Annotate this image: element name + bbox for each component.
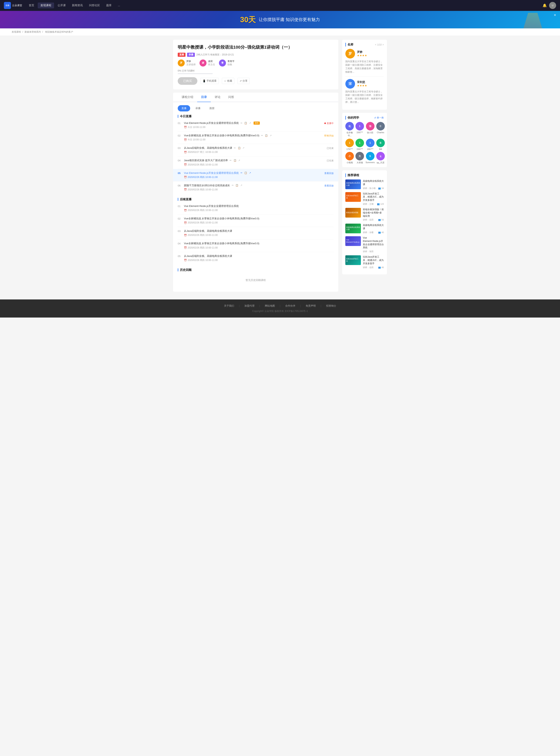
sub-tab-live[interactable]: 直播: [178, 105, 190, 112]
share-icon[interactable]: ↗: [238, 159, 241, 162]
refresh-button[interactable]: ↺ 换一换: [374, 116, 384, 119]
edit-icon[interactable]: ✏: [240, 121, 243, 125]
rec-thumb: 高级电商全线系统大课: [345, 179, 361, 189]
rec-count: 👥 40: [378, 231, 384, 234]
mobile-icon: 📱: [203, 80, 206, 82]
sub-tab-record[interactable]: 录播: [192, 105, 204, 112]
history-empty: 暂无历史回顾课程: [173, 273, 338, 288]
nav-news[interactable]: 新闻资讯: [69, 2, 85, 8]
footer-about[interactable]: 关于我们: [224, 304, 234, 307]
nav-public[interactable]: 公开课: [55, 2, 68, 8]
nav-discover[interactable]: 发现课程: [38, 2, 54, 8]
notification-bell-icon[interactable]: 🔔: [542, 3, 547, 7]
classmate-item: 1 1567**: [356, 122, 364, 137]
teachers-pagination[interactable]: < 1/10 >: [375, 43, 384, 46]
breadcrumb-discover[interactable]: 发现课程: [12, 31, 21, 33]
footer: 关于我们 ｜ 加盟代理 ｜ 网站地图 ｜ 合作伙伴 ｜ 免责声明 ｜ 招资纳士 …: [0, 299, 560, 318]
copy-icon[interactable]: 📋: [244, 172, 247, 175]
edit-icon[interactable]: ✏: [261, 134, 264, 137]
item-title: 从Java后端到全栈、高级电商全栈系统大课: [184, 229, 334, 233]
rec-count: 👥 123: [377, 203, 384, 205]
rec-item[interactable]: 玩转Java开发工具 玩转Java开发工具，精通JUC，成为开发多面手 讲师：王…: [345, 192, 384, 205]
rec-item[interactable]: 玩转Java开发工具 玩转Java开发工具，精通JUC，成为开发多面手 讲师：岳…: [345, 255, 384, 269]
logo[interactable]: 云朵 云朵课堂: [4, 2, 22, 9]
tabs-header: 课程介绍 目录 评论 问答: [173, 93, 338, 102]
rec-item[interactable]: 前端全栈加强版 前端全栈加强版！前端全栈+全周期+多端应用 讲师：岳田 👥 56: [345, 208, 384, 221]
future-live-list: 01 Vue Element+Node.js开发企业通用管理后台系统 ⏰ 202…: [173, 202, 338, 264]
item-status[interactable]: 查看回放: [324, 172, 334, 175]
classmates-card-header: 你的同学 ↺ 换一换: [345, 116, 384, 120]
edit-icon[interactable]: ✏: [231, 184, 234, 187]
classmate-avatar: 小: [345, 152, 354, 160]
rec-item[interactable]: Vue Element+Node.js Vue Element+Node.js开…: [345, 236, 384, 253]
collect-button[interactable]: ☆ 收藏: [222, 78, 234, 84]
tab-comments[interactable]: 评论: [211, 93, 224, 102]
copy-icon[interactable]: 📋: [265, 134, 268, 137]
future-live-title: 后续直播: [180, 198, 192, 201]
item-title: Vue Element+Node.js开发企业通用管理后台系统 ✏ 📋 ↗: [184, 171, 323, 175]
banner-close-button[interactable]: ×: [554, 13, 556, 17]
nav-home[interactable]: 首页: [26, 2, 37, 8]
teacher-sidebar-2: 宋 宋利坚 ★★★★ 国内某重点大学安全工程专业硕士，国家一级注册消防工程师、注…: [345, 79, 384, 104]
edit-icon[interactable]: ✏: [240, 172, 243, 175]
footer-sitemap[interactable]: 网站地图: [265, 304, 275, 307]
item-status: 直播中: [324, 122, 334, 125]
nav-more[interactable]: ...: [115, 2, 123, 8]
edit-icon[interactable]: ✏: [229, 159, 232, 162]
nav-qa[interactable]: 问答社区: [86, 2, 103, 8]
copy-icon[interactable]: 📋: [238, 146, 241, 150]
copy-icon[interactable]: 📋: [244, 121, 247, 125]
item-content: 从Java后端到全栈、高级电商全栈系统大课 ✏ 📋 ↗ ⏰ 2020/02/27…: [184, 146, 325, 154]
share-icon[interactable]: ↗: [248, 121, 252, 125]
share-icon[interactable]: ↗: [269, 134, 272, 137]
progress-section: 0% 已学习0课时: [178, 69, 334, 74]
item-title: 从Java后端到全栈、高级电商全栈系统大课: [184, 254, 334, 258]
share-icon[interactable]: ↗: [240, 184, 243, 187]
item-status[interactable]: 查看回放: [324, 184, 334, 187]
item-time: ⏰ 2020/02/26 周四 10:00-11:00: [184, 188, 323, 191]
classmates-title: 你的同学: [345, 116, 359, 120]
item-number: 03: [178, 230, 182, 233]
footer-disclaimer[interactable]: 免责声明: [306, 304, 316, 307]
nav-problems[interactable]: 题库: [103, 2, 114, 8]
footer-recruit[interactable]: 招资纳士: [326, 304, 336, 307]
classmate-item: 大 大笨狼: [356, 152, 364, 164]
footer-partners[interactable]: 合作伙伴: [285, 304, 295, 307]
teacher-role-2: 班主任: [208, 63, 215, 66]
teacher-role-3: 助教: [227, 63, 235, 66]
item-status: 已结束: [327, 159, 334, 162]
item-title: Java项目面试实操 提升大厂面试成功率 ✏ 📋 ↗: [184, 159, 325, 162]
item-title: 跟随千万级项目从0到100全过程高效成长 ✏ 📋 ↗: [184, 184, 323, 187]
material-tag[interactable]: 资料: [254, 121, 260, 125]
mobile-watch-button[interactable]: 📱 手机观看: [200, 78, 219, 84]
clock-icon: ⏰: [184, 176, 187, 179]
share-icon[interactable]: ↗: [248, 172, 252, 175]
rec-item[interactable]: 高级电商全线系统大课 高级电商全线系统大课 讲师：冷碟 👥 40: [345, 224, 384, 234]
prev-icon[interactable]: <: [375, 43, 377, 46]
share-icon[interactable]: ↗: [242, 146, 245, 150]
banner-text: 让你摆脱平庸 知识使你更有魅力: [259, 17, 320, 23]
tab-intro[interactable]: 课程介绍: [178, 93, 197, 102]
rec-instructor: 讲师：岳田: [363, 266, 374, 269]
breadcrumb-series[interactable]: 新媒体营销系列: [24, 31, 41, 33]
next-icon[interactable]: >: [382, 43, 384, 46]
sub-tab-offline[interactable]: 面授: [206, 105, 218, 112]
list-item: 04 Java项目面试实操 提升大厂面试成功率 ✏ 📋 ↗ ⏰ 2020/02/…: [178, 156, 334, 169]
classmate-name: 1567**: [356, 148, 363, 150]
nav-items: 首页 发现课程 公开课 新闻资讯 问答社区 题库 ...: [26, 2, 542, 8]
share-button[interactable]: ↗ 分享: [237, 78, 250, 84]
today-live-title: 今日直播: [180, 115, 192, 118]
tab-catalog[interactable]: 目录: [197, 93, 211, 102]
copy-icon[interactable]: 📋: [233, 159, 237, 162]
classmate-item: 张 张小田: [365, 122, 375, 137]
clock-icon: ⏰: [184, 234, 187, 237]
classmate-name: 1567**: [356, 131, 363, 134]
classmate-name: Summers: [365, 161, 375, 163]
copy-icon[interactable]: 📋: [236, 184, 239, 187]
user-avatar[interactable]: U: [549, 2, 556, 9]
rec-item[interactable]: 高级电商全线系统大课 高级电商全线系统大课 讲师：张小锋 👥 34: [345, 179, 384, 190]
footer-agency[interactable]: 加盟代理: [244, 304, 255, 307]
tab-qa[interactable]: 问答: [224, 93, 238, 102]
edit-icon[interactable]: ✏: [233, 146, 237, 150]
list-item: 02 Vue全家桶实战 从零独立开发企业级小米电商系统(免费升级Vue3.0) …: [178, 215, 334, 227]
